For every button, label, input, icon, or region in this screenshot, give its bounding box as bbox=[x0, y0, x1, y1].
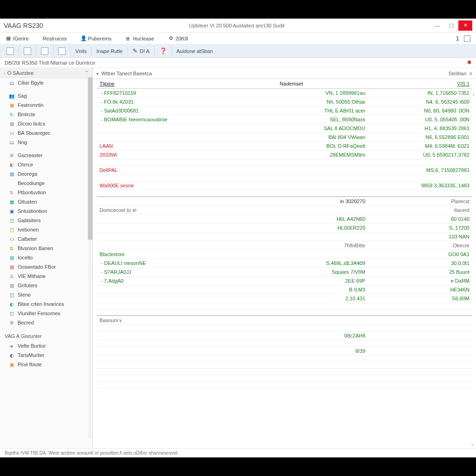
table-row[interactable] bbox=[97, 190, 472, 197]
table-row[interactable] bbox=[97, 382, 472, 388]
menu-square-icon[interactable] bbox=[464, 35, 470, 42]
table-row[interactable]: LAANBOL O RFaQeettM4, 6.5984M. E021 bbox=[97, 142, 472, 151]
menu-item-2[interactable]: 👤Puberems bbox=[77, 34, 115, 43]
sidebar-item[interactable]: ◐Bitee crten Invarices bbox=[0, 299, 93, 309]
sidebar-item[interactable]: 🗂Ciliar Bgyle bbox=[0, 78, 93, 87]
col-header-2[interactable]: Nademset bbox=[277, 79, 368, 89]
ribbon-item-6[interactable]: ✎D! A bbox=[128, 46, 155, 56]
table-row[interactable]: HL0IIER220S.,17200 bbox=[97, 223, 472, 232]
sidebar-item[interactable]: ↻Bmtrcte bbox=[0, 110, 93, 119]
sidebar-item[interactable]: 🗂Nng bbox=[0, 138, 93, 147]
table-row[interactable]: 2,10 431S6,80M bbox=[97, 294, 472, 303]
menu-item-0[interactable]: ▦IGerire bbox=[2, 34, 33, 43]
sidebar-item[interactable]: ▣Pinë fbiute bbox=[0, 360, 93, 369]
breadcrumb-text: DB/20t RS350 Ttrdl Nfarnar ce Durntrce bbox=[5, 60, 95, 66]
table-row[interactable] bbox=[97, 325, 472, 331]
sidebar-item[interactable]: ⚠VIE Mithane bbox=[0, 271, 93, 281]
table-row[interactable]: H6L A42N6060 0140 bbox=[97, 214, 472, 223]
table-row[interactable]: BAl 804 VWwanN6, 6.552896 E001 bbox=[97, 133, 472, 142]
ribbon-item-7[interactable]: ❓ bbox=[155, 46, 172, 56]
sidebar-item[interactable]: ⚙Gscreaster bbox=[0, 151, 93, 160]
sidebar-item[interactable]: 👥Sag bbox=[0, 91, 93, 100]
sidebar-item[interactable]: ◐TarisMuriter bbox=[0, 350, 93, 360]
table-row[interactable] bbox=[97, 369, 472, 375]
sidebar-item[interactable]: ↻Ptbontuvtion bbox=[0, 188, 93, 197]
table-row[interactable]: SAL 8 ADOCMOUH1, 4, 883539 2861 bbox=[97, 124, 472, 133]
table-row[interactable]: 8/39 bbox=[97, 347, 472, 356]
table-row[interactable]: - FO.8k 42031Nh, 50055 OthasN4, 6, 56324… bbox=[97, 98, 472, 106]
sidebar-item[interactable]: ▦Festromrtin bbox=[0, 100, 93, 110]
sidebar-item[interactable]: ⚙Becred bbox=[0, 318, 93, 327]
table-row[interactable] bbox=[97, 303, 472, 309]
col-header-3[interactable]: VIS:1 bbox=[368, 79, 472, 89]
table-row[interactable]: - S7ARJA0JJSquaes 7/V8M25 Buunt bbox=[97, 267, 472, 276]
menu-item-1[interactable]: Restruices bbox=[39, 34, 71, 43]
table-row[interactable]: - FFF82710159VN, 1 2899981auIN, 1,716850… bbox=[97, 89, 472, 98]
sidebar-item[interactable]: ◫Ivebonen bbox=[0, 225, 93, 234]
table-row[interactable] bbox=[97, 356, 472, 362]
sidebar-item[interactable]: Becodiunge bbox=[0, 178, 93, 188]
scroll-down-icon[interactable]: ⌄ bbox=[470, 441, 474, 446]
table-row[interactable]: 2833Wl28EMEMSMltmU0, 5 6590217,3782 bbox=[97, 151, 472, 159]
sidebar-item-label: Deorega bbox=[18, 171, 37, 177]
table-row[interactable]: 103 NAN bbox=[97, 232, 472, 241]
table-row[interactable]: - 7,AdgA02EE 69Pe DaRM bbox=[97, 276, 472, 285]
table-row[interactable] bbox=[97, 340, 472, 347]
breadcrumb-close-icon[interactable]: ✱ bbox=[467, 60, 471, 66]
menu-item-4[interactable]: ⚙2083l bbox=[165, 34, 192, 43]
table-row[interactable] bbox=[97, 309, 472, 316]
sidebar-item[interactable]: ▭BA Sbuaregec bbox=[0, 128, 93, 138]
sidebar-item[interactable]: ▤Ooswvtado FBor bbox=[0, 262, 93, 271]
sidebar-scrollbar[interactable] bbox=[88, 77, 93, 439]
sidebar-item[interactable]: ▭Calbeter bbox=[0, 234, 93, 244]
ribbon-item-1[interactable] bbox=[19, 46, 36, 56]
table-row[interactable]: - BOMABIE hieremcaoustinieSEL, 8690NaxxU… bbox=[97, 115, 472, 124]
table-row[interactable]: Wa900E sesne9859 3,363335, 1483 bbox=[97, 181, 472, 190]
table-row[interactable]: Basouni v bbox=[97, 316, 472, 325]
table-row[interactable]: - DEAULl mesonNES,469L,s$,3A40930,0,0t1 bbox=[97, 258, 472, 267]
sidebar-item[interactable]: ◫Siene bbox=[0, 290, 93, 299]
sidebar-item[interactable]: 🗎Blvsnion Banen bbox=[0, 244, 93, 253]
table-row[interactable]: B 9,M3HE346N bbox=[97, 285, 472, 294]
table-row[interactable]: DellPALMS,6, 7150827881 bbox=[97, 166, 472, 175]
ribbon-item-2[interactable] bbox=[36, 46, 53, 56]
close-button[interactable]: ✕ bbox=[458, 20, 472, 31]
minimize-button[interactable]: — bbox=[430, 20, 444, 31]
sidebar-item[interactable]: ◫Gablsiters bbox=[0, 216, 93, 225]
sidebar-item[interactable]: ▤Dicoio tiutcs bbox=[0, 119, 93, 128]
col-header-1[interactable]: Tlipine bbox=[97, 79, 277, 89]
sidebar-item[interactable]: ◐Chrrce bbox=[0, 160, 93, 169]
cell-c2: Nh, 50055 Othas bbox=[277, 98, 368, 106]
sidebar-item[interactable]: ▥Grifuters bbox=[0, 281, 93, 290]
table-row[interactable] bbox=[97, 375, 472, 382]
table-row[interactable]: - SatAd3D00681THL E ABr01 acerN0, 60, 64… bbox=[97, 106, 472, 115]
ribbon-item-4[interactable]: Vnits bbox=[71, 47, 92, 55]
table-row[interactable] bbox=[97, 175, 472, 181]
ribbon-item-5[interactable]: Inape Rutle bbox=[92, 47, 127, 55]
sidebar-item-label: Gscreaster bbox=[18, 152, 43, 158]
table-row[interactable]: Domcecoet to eiIlacerd bbox=[97, 205, 472, 214]
sidebar-header[interactable]: ‹ O SAurstee ⌃ bbox=[0, 68, 93, 78]
table-row[interactable] bbox=[97, 362, 472, 369]
sidebar-item[interactable]: ▣Sntustiontion bbox=[0, 206, 93, 216]
sheet-caret-icon[interactable]: ▸ bbox=[97, 71, 99, 76]
sidebar-collapse-icon[interactable]: ⌃ bbox=[85, 70, 89, 76]
ribbon-item-0[interactable] bbox=[2, 46, 19, 56]
table-row[interactable]: 08c2AH8 bbox=[97, 331, 472, 340]
sidebar-item[interactable]: ▤Iocelto bbox=[0, 253, 93, 262]
table-row[interactable]: 7hfinBitteOkecre bbox=[97, 241, 472, 250]
scroll-right-icon[interactable]: › bbox=[473, 92, 474, 97]
table-row[interactable]: BlactextoniGO0 0A1 bbox=[97, 250, 472, 258]
menu-item-3[interactable]: 🗎Huclease bbox=[122, 34, 158, 43]
sidebar-item[interactable]: ◫Viunilter Fersomes bbox=[0, 309, 93, 318]
maximize-button[interactable]: ▢ bbox=[444, 20, 458, 31]
table-row[interactable]: in 3020270Plarecst bbox=[97, 197, 472, 206]
sheet-action[interactable]: Stelitian bbox=[448, 71, 466, 76]
sidebar-item[interactable]: ●Vefte Burtior bbox=[0, 341, 93, 350]
menu-icon[interactable]: ≡ bbox=[469, 71, 472, 76]
ribbon-item-8[interactable]: Auidone atSban bbox=[172, 47, 218, 55]
ribbon-item-3[interactable] bbox=[53, 46, 71, 56]
table-row[interactable] bbox=[97, 159, 472, 166]
sidebar-item[interactable]: ▤Deorega bbox=[0, 169, 93, 178]
sidebar-item[interactable]: ▦Gttusten bbox=[0, 197, 93, 206]
